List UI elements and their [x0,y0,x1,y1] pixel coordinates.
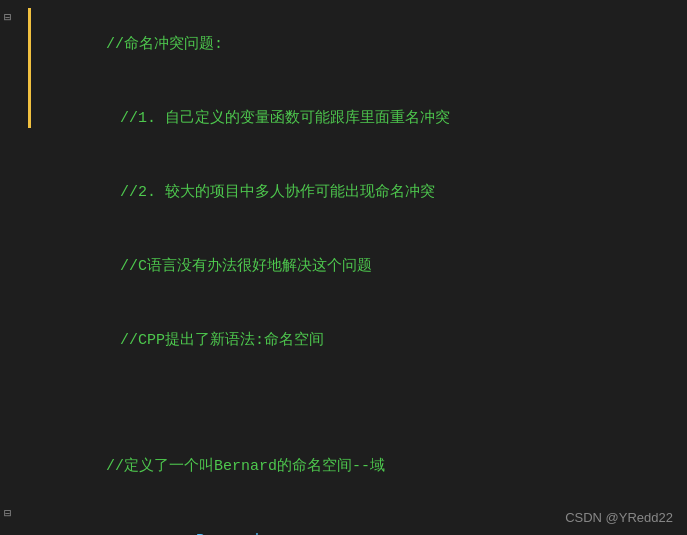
line-8: //定义了一个叫Bernard的命名空间--域 [0,430,687,504]
line-content-7 [28,405,687,429]
line-1: ⊟ //命名冲突问题: [0,8,687,82]
line-content-1: //命名冲突问题: [28,9,687,81]
line-2: //1. 自己定义的变量函数可能跟库里面重名冲突 [0,82,687,156]
line-5: //CPP提出了新语法:命名空间 [0,304,687,378]
line-content-2: //1. 自己定义的变量函数可能跟库里面重名冲突 [28,83,687,155]
code-content: ⊟ //命名冲突问题: //1. 自己定义的变量函数可能跟库里面重名冲突 //2… [0,8,687,535]
line-content-3: //2. 较大的项目中多人协作可能出现命名冲突 [28,157,687,229]
line-content-6 [28,379,687,403]
line-3: //2. 较大的项目中多人协作可能出现命名冲突 [0,156,687,230]
line-7 [0,404,687,430]
gutter-1[interactable]: ⊟ [0,9,28,28]
watermark: CSDN @YRedd22 [565,510,673,525]
line-6 [0,378,687,404]
line-4: //C语言没有办法很好地解决这个问题 [0,230,687,304]
gutter-9[interactable]: ⊟ [0,505,28,524]
line-content-5: //CPP提出了新语法:命名空间 [28,305,687,377]
line-content-8: //定义了一个叫Bernard的命名空间--域 [28,431,687,503]
code-editor: ⊟ //命名冲突问题: //1. 自己定义的变量函数可能跟库里面重名冲突 //2… [0,0,687,535]
line-content-4: //C语言没有办法很好地解决这个问题 [28,231,687,303]
